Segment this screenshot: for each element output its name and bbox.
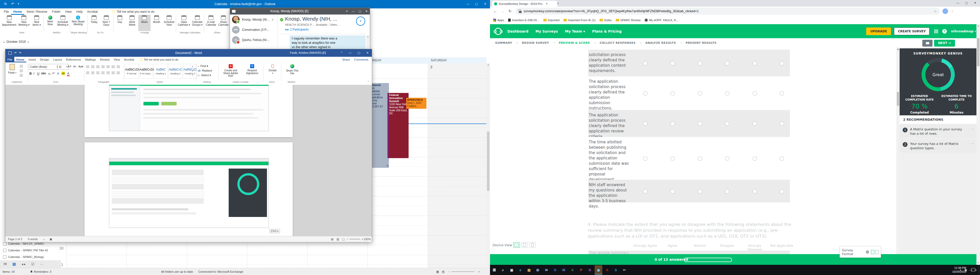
comment-button[interactable] (922, 40, 932, 47)
calendar-scrollbar-track[interactable]: ▲ (487, 63, 490, 268)
bold-icon[interactable]: B (29, 71, 32, 75)
mini-calendar-title[interactable]: October 2019 (6, 40, 26, 44)
matrix-radio-neutral[interactable] (698, 91, 702, 95)
word-tab-insert[interactable]: Insert (26, 57, 38, 62)
matrix-radio-agree[interactable] (670, 91, 675, 95)
matrix-radio-agree[interactable] (670, 156, 675, 161)
matrix-radio-disagree[interactable] (725, 61, 729, 65)
change-case-icon[interactable]: Aa▾ (78, 65, 83, 68)
acrobat-button-signatures[interactable]: ✎Request Signatures (241, 63, 263, 80)
taskbar-icon-mail[interactable]: ✉ (542, 266, 550, 275)
ribbon-button-week[interactable]: Week (138, 15, 151, 31)
shrink-font-icon[interactable]: A˅ (73, 65, 76, 68)
format-help-icon[interactable]: ? (866, 250, 869, 254)
paragraph-tool-icon[interactable] (96, 71, 100, 74)
minimize-button[interactable]: — (346, 51, 355, 54)
matrix-radio-agree[interactable] (670, 189, 675, 193)
checkbox-icon[interactable] (3, 249, 6, 252)
print-layout-icon[interactable]: ▥ (337, 237, 339, 241)
maximize-button[interactable]: ▢ (962, 1, 971, 5)
maximize-button[interactable]: ▢ (355, 51, 363, 54)
paragraph-tool-icon[interactable] (111, 65, 115, 68)
style-heading-1[interactable]: AaBbCHeading 1 (154, 64, 168, 79)
style--normal[interactable]: AaBbCcDc¶ Normal (125, 64, 138, 79)
nav-link-my-team[interactable]: My Team ▾ (565, 29, 585, 33)
zoom-out-icon[interactable]: − (449, 270, 450, 273)
paragraph-tool-icon[interactable] (111, 71, 115, 74)
new-tab-icon[interactable]: + (557, 1, 559, 5)
forward-icon[interactable]: → (501, 9, 505, 14)
device-phone-icon[interactable] (529, 242, 536, 248)
create-survey-button[interactable]: CREATE SURVEY (894, 27, 929, 35)
step-summary[interactable]: SUMMARY (495, 41, 512, 44)
word-tab-review[interactable]: Review (98, 57, 112, 62)
next-button[interactable]: NEXT → (934, 40, 955, 47)
style--no-spac-[interactable]: AaBbCcDc¶ No Spac... (139, 64, 153, 79)
matrix-radio-strongly-agree[interactable] (643, 189, 648, 193)
word-tell-me[interactable]: Tell me what you want to do (140, 58, 178, 61)
share-button[interactable]: Share (342, 58, 350, 61)
editing-select[interactable]: ▷Select ▾ (198, 74, 211, 77)
checkbox-icon[interactable] (3, 255, 6, 259)
word-tab-mailings[interactable]: Mailings (83, 57, 98, 62)
tab-close-icon[interactable]: ✕ (546, 2, 548, 5)
matrix-radio-strongly-disagree[interactable] (752, 91, 757, 95)
paragraph-tool-icon[interactable] (107, 71, 110, 74)
paragraph-tool-icon[interactable] (107, 65, 110, 68)
taskbar-icon-outlook[interactable]: O (551, 266, 559, 275)
italic-icon[interactable]: I (33, 71, 35, 75)
close-button[interactable]: ✕ (363, 51, 372, 54)
search-icon[interactable]: ⌕ (499, 266, 507, 275)
ribbon-button-e-mail-calendar[interactable]: E-mailCalendar (205, 15, 217, 31)
popout-icon[interactable]: ↗ (343, 9, 350, 13)
paragraph-tool-icon[interactable] (101, 71, 105, 74)
back-icon[interactable]: ← (493, 9, 497, 14)
participants-link[interactable]: ●● 2 Participants (285, 28, 309, 31)
style-gallery-scroll[interactable]: ▲▼▿ (191, 64, 195, 79)
ribbon-button-new-items[interactable]: NewItems ▾ (30, 15, 43, 31)
step-design-survey[interactable]: DESIGN SURVEY (522, 41, 549, 44)
calendar-icon[interactable]: ▦ (13, 262, 16, 266)
underline-icon[interactable]: U (37, 71, 39, 75)
taskbar-icon-store[interactable]: ⊞ (534, 266, 542, 275)
user-menu[interactable]: nihroadmap▾ (951, 29, 976, 33)
nav-link-plans-pricing[interactable]: Plans & Pricing (592, 29, 622, 33)
ribbon-button-schedule-view[interactable]: ScheduleView (163, 15, 176, 31)
browser-tab[interactable]: SurveyMonkey Design : 2019 Pro ✕ (492, 1, 557, 6)
ribbon-button-schedule-meeting[interactable]: ScheduleMeeting ▾ (56, 15, 69, 31)
bookmark-apps[interactable]: Apps (493, 19, 504, 22)
editing-find[interactable]: ⌕Find ▾ (198, 65, 208, 68)
webex-share-button[interactable]: Share This File (283, 63, 301, 80)
upgrade-button[interactable]: UPGRADE (866, 27, 891, 35)
matrix-radio-agree[interactable] (670, 122, 675, 126)
editing-replace[interactable]: abReplace (198, 69, 212, 72)
outlook-tab-send-receive[interactable]: Send / Receive (24, 8, 49, 15)
ribbon-display-icon[interactable]: ⌃ (337, 51, 346, 54)
strikethrough-icon[interactable]: abc (41, 71, 46, 75)
people-icon[interactable]: ●● (22, 262, 26, 266)
ribbon-button-new-skype-meeting[interactable]: SNew SkypeMeeting (71, 15, 86, 31)
zoom-level[interactable]: 100% (364, 237, 371, 241)
word-tab-file[interactable]: File (5, 57, 14, 62)
menu-icon[interactable]: ⋮ (951, 9, 954, 13)
ribbon-button-meet-now[interactable]: MeetNow (44, 15, 56, 31)
recommendation-item[interactable]: 1A Matrix question in your survey has a … (900, 125, 977, 138)
zoom-in-icon[interactable]: + (362, 237, 363, 241)
contact-photo[interactable]: Knosp, Wendy (NIH/...✕ (230, 14, 277, 25)
matrix-radio-not-applicable[interactable] (780, 189, 784, 193)
paste-options-chip[interactable]: (Ctrl) ▾ (269, 229, 280, 233)
superscript-icon[interactable]: x² (52, 71, 55, 74)
show-desktop-strip[interactable] (979, 265, 980, 275)
word-tab-acrobat[interactable]: Acrobat (122, 57, 136, 62)
outlook-tab-view[interactable]: View (63, 8, 74, 15)
ribbon-button-month[interactable]: Month (151, 15, 163, 31)
checkbox-icon[interactable] (3, 242, 6, 245)
taskbar-icon-chrome[interactable]: ◉ (595, 266, 602, 275)
tasks-icon[interactable]: ☑ (31, 262, 35, 266)
recommendation-item[interactable]: 2Your survey has a lot of Matrix questio… (900, 139, 977, 153)
profile-avatar[interactable] (942, 8, 948, 14)
ribbon-button-today[interactable]: Today (88, 15, 100, 31)
clock[interactable]: 12:38 PM 10/29/2019 (952, 266, 966, 274)
contact-group[interactable]: ●●Conversation (3 Parti... (230, 25, 277, 35)
word-tab-design[interactable]: Design (38, 57, 51, 62)
